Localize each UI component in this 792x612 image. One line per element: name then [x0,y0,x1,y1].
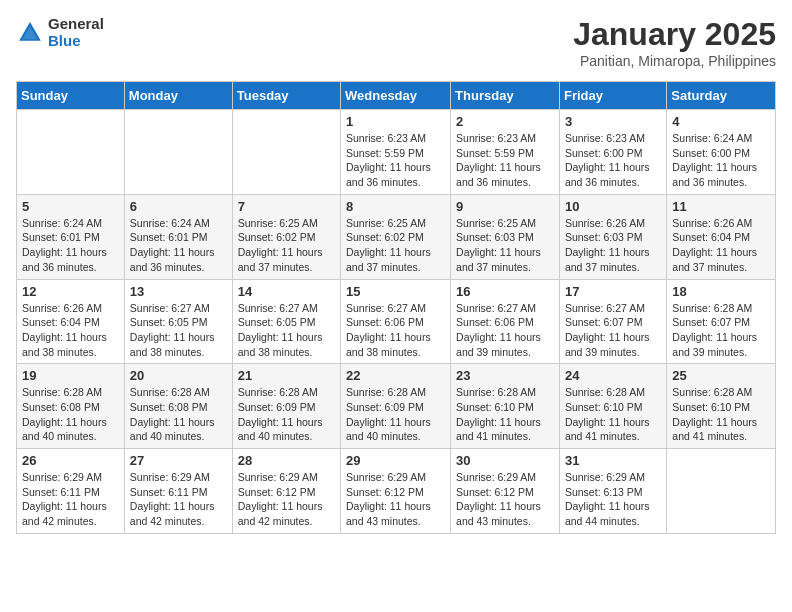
weekday-header-friday: Friday [559,82,666,110]
day-number: 30 [456,453,554,468]
day-info: Sunrise: 6:28 AMSunset: 6:07 PMDaylight:… [672,301,770,360]
calendar-cell [124,110,232,195]
calendar-cell: 1Sunrise: 6:23 AMSunset: 5:59 PMDaylight… [341,110,451,195]
calendar-cell: 23Sunrise: 6:28 AMSunset: 6:10 PMDayligh… [451,364,560,449]
day-number: 11 [672,199,770,214]
day-number: 7 [238,199,335,214]
day-number: 13 [130,284,227,299]
day-info: Sunrise: 6:27 AMSunset: 6:07 PMDaylight:… [565,301,661,360]
page-header: General Blue January 2025 Panitian, Mima… [16,16,776,69]
calendar-cell: 7Sunrise: 6:25 AMSunset: 6:02 PMDaylight… [232,194,340,279]
day-info: Sunrise: 6:29 AMSunset: 6:11 PMDaylight:… [22,470,119,529]
calendar-week-1: 1Sunrise: 6:23 AMSunset: 5:59 PMDaylight… [17,110,776,195]
day-number: 1 [346,114,445,129]
day-info: Sunrise: 6:25 AMSunset: 6:02 PMDaylight:… [346,216,445,275]
calendar-cell: 19Sunrise: 6:28 AMSunset: 6:08 PMDayligh… [17,364,125,449]
day-number: 26 [22,453,119,468]
day-info: Sunrise: 6:27 AMSunset: 6:05 PMDaylight:… [130,301,227,360]
calendar-cell: 14Sunrise: 6:27 AMSunset: 6:05 PMDayligh… [232,279,340,364]
calendar-cell: 28Sunrise: 6:29 AMSunset: 6:12 PMDayligh… [232,449,340,534]
day-info: Sunrise: 6:27 AMSunset: 6:06 PMDaylight:… [456,301,554,360]
day-info: Sunrise: 6:23 AMSunset: 5:59 PMDaylight:… [346,131,445,190]
calendar-cell: 24Sunrise: 6:28 AMSunset: 6:10 PMDayligh… [559,364,666,449]
calendar-cell: 4Sunrise: 6:24 AMSunset: 6:00 PMDaylight… [667,110,776,195]
day-info: Sunrise: 6:26 AMSunset: 6:03 PMDaylight:… [565,216,661,275]
calendar-cell: 22Sunrise: 6:28 AMSunset: 6:09 PMDayligh… [341,364,451,449]
day-number: 2 [456,114,554,129]
day-info: Sunrise: 6:29 AMSunset: 6:13 PMDaylight:… [565,470,661,529]
day-info: Sunrise: 6:26 AMSunset: 6:04 PMDaylight:… [672,216,770,275]
day-info: Sunrise: 6:25 AMSunset: 6:03 PMDaylight:… [456,216,554,275]
calendar-cell: 16Sunrise: 6:27 AMSunset: 6:06 PMDayligh… [451,279,560,364]
calendar-week-5: 26Sunrise: 6:29 AMSunset: 6:11 PMDayligh… [17,449,776,534]
day-number: 12 [22,284,119,299]
logo-text: General Blue [48,16,104,49]
calendar-table: SundayMondayTuesdayWednesdayThursdayFrid… [16,81,776,534]
calendar-cell: 12Sunrise: 6:26 AMSunset: 6:04 PMDayligh… [17,279,125,364]
day-info: Sunrise: 6:28 AMSunset: 6:09 PMDaylight:… [346,385,445,444]
day-number: 5 [22,199,119,214]
calendar-cell: 30Sunrise: 6:29 AMSunset: 6:12 PMDayligh… [451,449,560,534]
day-info: Sunrise: 6:26 AMSunset: 6:04 PMDaylight:… [22,301,119,360]
logo: General Blue [16,16,104,49]
day-info: Sunrise: 6:29 AMSunset: 6:12 PMDaylight:… [238,470,335,529]
calendar-cell: 26Sunrise: 6:29 AMSunset: 6:11 PMDayligh… [17,449,125,534]
day-number: 25 [672,368,770,383]
calendar-cell: 11Sunrise: 6:26 AMSunset: 6:04 PMDayligh… [667,194,776,279]
day-number: 16 [456,284,554,299]
weekday-header-monday: Monday [124,82,232,110]
day-info: Sunrise: 6:29 AMSunset: 6:11 PMDaylight:… [130,470,227,529]
calendar-cell: 21Sunrise: 6:28 AMSunset: 6:09 PMDayligh… [232,364,340,449]
day-number: 21 [238,368,335,383]
day-number: 23 [456,368,554,383]
day-info: Sunrise: 6:23 AMSunset: 6:00 PMDaylight:… [565,131,661,190]
calendar-cell: 18Sunrise: 6:28 AMSunset: 6:07 PMDayligh… [667,279,776,364]
calendar-week-2: 5Sunrise: 6:24 AMSunset: 6:01 PMDaylight… [17,194,776,279]
calendar-week-4: 19Sunrise: 6:28 AMSunset: 6:08 PMDayligh… [17,364,776,449]
day-number: 6 [130,199,227,214]
calendar-cell: 27Sunrise: 6:29 AMSunset: 6:11 PMDayligh… [124,449,232,534]
calendar-cell [667,449,776,534]
day-info: Sunrise: 6:29 AMSunset: 6:12 PMDaylight:… [346,470,445,529]
calendar-cell: 15Sunrise: 6:27 AMSunset: 6:06 PMDayligh… [341,279,451,364]
day-info: Sunrise: 6:24 AMSunset: 6:00 PMDaylight:… [672,131,770,190]
calendar-cell [232,110,340,195]
day-number: 28 [238,453,335,468]
day-info: Sunrise: 6:28 AMSunset: 6:10 PMDaylight:… [456,385,554,444]
calendar-cell: 20Sunrise: 6:28 AMSunset: 6:08 PMDayligh… [124,364,232,449]
logo-blue-text: Blue [48,33,104,50]
weekday-header-saturday: Saturday [667,82,776,110]
day-info: Sunrise: 6:25 AMSunset: 6:02 PMDaylight:… [238,216,335,275]
calendar-cell: 13Sunrise: 6:27 AMSunset: 6:05 PMDayligh… [124,279,232,364]
calendar-cell: 9Sunrise: 6:25 AMSunset: 6:03 PMDaylight… [451,194,560,279]
calendar-cell: 25Sunrise: 6:28 AMSunset: 6:10 PMDayligh… [667,364,776,449]
calendar-cell [17,110,125,195]
day-number: 27 [130,453,227,468]
day-info: Sunrise: 6:24 AMSunset: 6:01 PMDaylight:… [130,216,227,275]
title-block: January 2025 Panitian, Mimaropa, Philipp… [573,16,776,69]
day-info: Sunrise: 6:27 AMSunset: 6:05 PMDaylight:… [238,301,335,360]
weekday-header-sunday: Sunday [17,82,125,110]
calendar-cell: 10Sunrise: 6:26 AMSunset: 6:03 PMDayligh… [559,194,666,279]
day-number: 19 [22,368,119,383]
month-title: January 2025 [573,16,776,53]
weekday-header-tuesday: Tuesday [232,82,340,110]
day-number: 3 [565,114,661,129]
calendar-cell: 17Sunrise: 6:27 AMSunset: 6:07 PMDayligh… [559,279,666,364]
day-info: Sunrise: 6:24 AMSunset: 6:01 PMDaylight:… [22,216,119,275]
day-number: 10 [565,199,661,214]
calendar-cell: 31Sunrise: 6:29 AMSunset: 6:13 PMDayligh… [559,449,666,534]
day-info: Sunrise: 6:23 AMSunset: 5:59 PMDaylight:… [456,131,554,190]
calendar-cell: 2Sunrise: 6:23 AMSunset: 5:59 PMDaylight… [451,110,560,195]
day-number: 20 [130,368,227,383]
day-number: 14 [238,284,335,299]
logo-general-text: General [48,16,104,33]
day-info: Sunrise: 6:28 AMSunset: 6:10 PMDaylight:… [672,385,770,444]
day-number: 31 [565,453,661,468]
day-number: 8 [346,199,445,214]
day-number: 24 [565,368,661,383]
calendar-cell: 8Sunrise: 6:25 AMSunset: 6:02 PMDaylight… [341,194,451,279]
logo-icon [16,19,44,47]
calendar-cell: 6Sunrise: 6:24 AMSunset: 6:01 PMDaylight… [124,194,232,279]
calendar-cell: 29Sunrise: 6:29 AMSunset: 6:12 PMDayligh… [341,449,451,534]
